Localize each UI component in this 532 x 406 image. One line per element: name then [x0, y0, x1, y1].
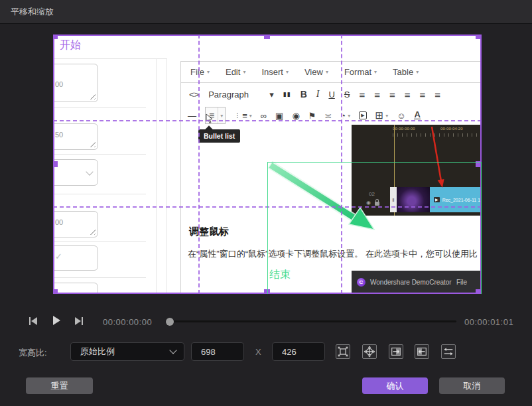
chevron-down-icon: ▾ — [243, 69, 245, 75]
bold-icon: B — [300, 89, 307, 100]
pan-zoom-dialog: 平移和缩放 00 50 00 — [0, 0, 532, 406]
insert-video-icon: ▶ — [359, 111, 366, 119]
total-timecode: 00:00:01:01 — [464, 317, 513, 327]
text-color-icon: A — [414, 111, 420, 120]
menu-edit: Edit▾ — [226, 67, 245, 77]
sidebar-divider — [53, 107, 146, 108]
doc-heading: 调整鼠标 — [189, 226, 229, 238]
chevron-down-icon — [86, 168, 93, 175]
timeline-start-time: 00:00:00:00 — [393, 127, 415, 131]
menu-file: File▾ — [190, 67, 210, 77]
mouse-cursor-icon — [205, 113, 214, 124]
chevron-down-icon: ▾ — [416, 69, 419, 75]
dialog-title: 平移和缩放 — [11, 6, 54, 18]
chevron-down-icon: ▾ — [385, 113, 388, 119]
page-divider — [53, 58, 167, 59]
seek-slider-track[interactable] — [166, 320, 456, 322]
chevron-down-icon: ▾ — [249, 113, 252, 119]
swap-start-end-button[interactable] — [441, 344, 456, 359]
page-column-divider — [156, 58, 157, 294]
chevron-down-icon — [169, 346, 176, 354]
timeline-ruler-ticks — [393, 133, 480, 137]
sidebar-divider — [53, 154, 146, 155]
resize-grip-icon — [90, 229, 96, 235]
timeline-end-time: 00:00:04:20 — [440, 127, 463, 131]
height-input[interactable] — [272, 342, 325, 361]
chevron-down-icon: ▾ — [269, 90, 274, 100]
resize-handle-top-left[interactable] — [53, 34, 58, 39]
link-icon: ∞ — [261, 111, 267, 121]
previous-frame-button[interactable] — [27, 314, 40, 328]
sidebar-divider — [53, 241, 146, 242]
numbered-list-icon: ⋮≡▾ — [234, 111, 252, 121]
sidebar-textarea: 00 — [53, 211, 98, 237]
editor-toolbar-row1: <> Paragraph ▾ ▮▮ B I U S ≡ ≡ ≡ ≡ ≡ ≡ — [181, 84, 482, 104]
shift-right-button[interactable] — [389, 344, 403, 359]
menu-view: View▾ — [304, 67, 328, 77]
video-preview[interactable]: 00 50 00 ✓ — [53, 34, 482, 294]
aspect-ratio-label: 宽高比: — [19, 347, 47, 359]
chevron-down-icon: ▾ — [326, 69, 328, 75]
play-button[interactable] — [50, 314, 63, 327]
emoji-icon: ☺ — [397, 111, 405, 121]
sidebar-field-value: 00 — [55, 218, 63, 226]
bullet-list-tooltip: Bullet list — [198, 129, 240, 143]
resize-handle-bottom-left[interactable] — [53, 289, 58, 294]
confirm-button[interactable]: 确认 — [362, 377, 428, 394]
fit-scale-button[interactable] — [336, 344, 350, 359]
page-break-icon: ≍ — [324, 111, 332, 121]
source-code-icon: <> — [189, 90, 199, 100]
editor-toolbar-row2: — ≡ ▾ ⋮≡▾ ∞ ▣ ◉ ⚑ ≍ ◔▾ ▶ ⊞▾ ☺ A — [181, 105, 482, 125]
editor-menubar: File▾ Edit▾ Insert▾ View▾ Format▾ Table▾ — [181, 62, 482, 83]
image-icon: ▣ — [275, 111, 283, 121]
move-position-button[interactable] — [362, 344, 377, 359]
resize-grip-icon — [90, 141, 96, 147]
chevron-down-icon: ▾ — [207, 69, 210, 75]
resize-handle-middle-left[interactable] — [53, 161, 58, 167]
page-column-divider — [166, 58, 167, 294]
indent-increase-icon: ≡ — [434, 89, 440, 100]
cancel-button[interactable]: 取消 — [439, 377, 505, 394]
strikethrough-icon: S — [344, 90, 350, 100]
paragraph-select: Paragraph — [208, 90, 260, 100]
next-frame-button[interactable] — [72, 314, 85, 328]
sidebar-textarea — [53, 283, 98, 294]
sidebar-divider — [53, 194, 146, 194]
bookmark-icon: ⚑ — [308, 111, 316, 121]
seek-slider-handle[interactable] — [166, 318, 174, 326]
aspect-ratio-select[interactable]: 原始比例 — [70, 342, 184, 361]
sidebar-dropdown — [53, 159, 98, 186]
align-left-icon: ≡ — [359, 89, 365, 100]
width-input[interactable] — [191, 342, 244, 361]
resize-handle-top-center[interactable] — [264, 34, 270, 39]
chevron-down-icon: ▾ — [348, 113, 350, 119]
horizontal-rule-icon: — — [188, 111, 196, 121]
sidebar-field-value: 00 — [55, 80, 63, 88]
underline-icon: U — [328, 90, 334, 100]
sidebar-textarea: 50 — [53, 123, 98, 150]
title-bar: 平移和缩放 — [0, 0, 532, 24]
table-icon: ⊞▾ — [375, 109, 389, 121]
align-center-icon: ≡ — [374, 89, 380, 100]
find-replace-icon: ▮▮ — [283, 91, 291, 98]
dimension-separator: X — [255, 347, 261, 357]
sidebar-divider — [53, 277, 146, 278]
timer-icon: ◔▾ — [340, 111, 350, 121]
indent-decrease-icon: ≡ — [420, 89, 426, 100]
sidebar-field-value: 50 — [55, 131, 63, 139]
chevron-down-icon: ▾ — [218, 107, 225, 123]
sidebar-checkbox: ✓ — [53, 245, 98, 271]
menu-format: Format▾ — [344, 67, 377, 77]
end-region-border[interactable] — [267, 162, 482, 294]
chevron-down-icon: ▾ — [374, 69, 377, 75]
check-icon: ✓ — [55, 251, 62, 261]
resize-grip-icon — [90, 94, 96, 100]
resize-handle-top-right[interactable] — [476, 34, 482, 39]
sidebar-textarea: 00 — [53, 64, 98, 102]
italic-icon: I — [316, 89, 320, 100]
current-timecode: 00:00:00:00 — [103, 317, 152, 327]
align-right-icon: ≡ — [389, 89, 395, 100]
shift-left-button[interactable] — [415, 344, 429, 359]
preview-eye-icon: ◉ — [292, 111, 299, 121]
reset-button[interactable]: 重置 — [26, 377, 93, 394]
